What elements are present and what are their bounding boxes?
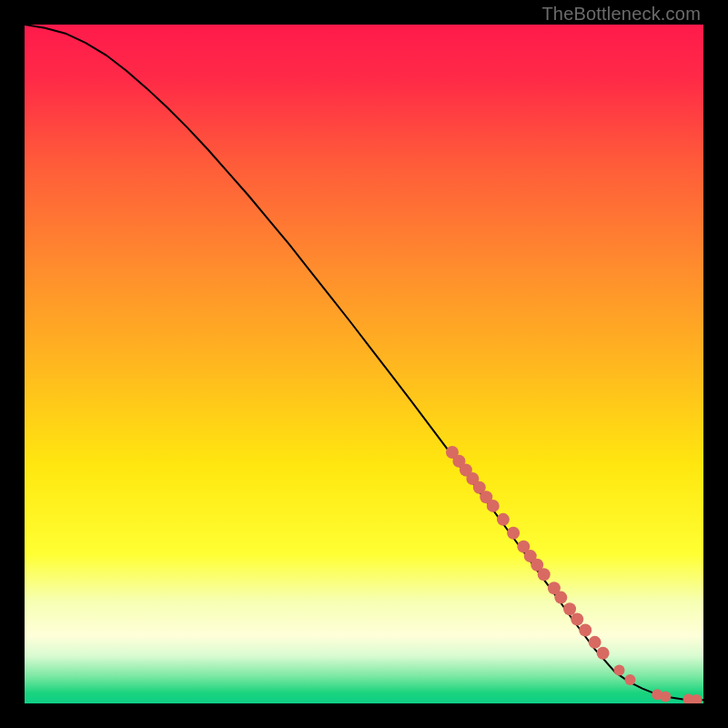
chart-svg	[25, 25, 703, 703]
scatter-point	[579, 623, 592, 636]
scatter-point	[589, 636, 602, 649]
scatter-point	[538, 568, 551, 581]
scatter-point	[597, 647, 610, 660]
scatter-point	[571, 613, 583, 626]
scatter-point	[660, 692, 671, 703]
watermark-label: TheBottleneck.com	[541, 4, 701, 25]
scatter-point	[624, 674, 635, 685]
scatter-point	[497, 513, 510, 526]
chart-stage: TheBottleneck.com	[0, 0, 728, 728]
scatter-point	[563, 602, 576, 615]
scatter-point	[487, 500, 500, 512]
scatter-point	[507, 527, 520, 540]
scatter-point	[614, 664, 625, 675]
plot-area	[25, 25, 703, 703]
gradient-background	[25, 25, 703, 703]
scatter-point	[554, 592, 567, 604]
